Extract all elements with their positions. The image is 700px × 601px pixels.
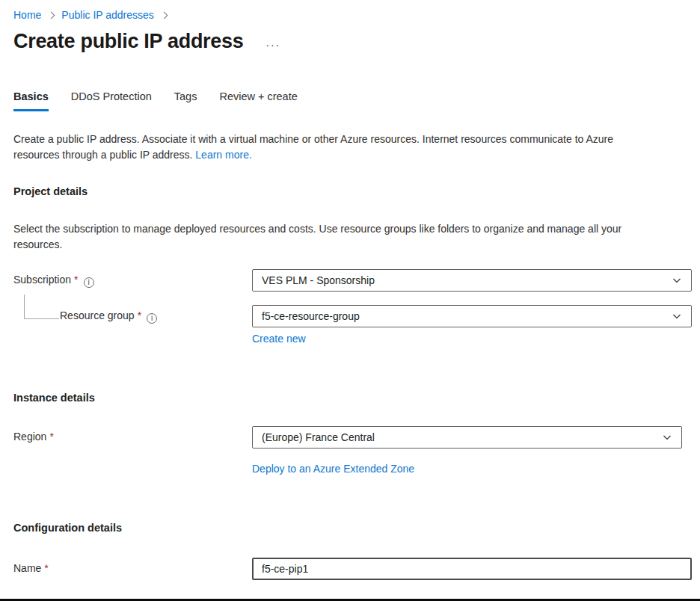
more-options-icon[interactable]: ··· [265,42,280,48]
name-label: Name* [13,558,252,574]
intro-text: Create a public IP address. Associate it… [13,132,649,163]
chevron-right-icon [48,11,55,19]
parent-child-connector-line [24,295,59,319]
info-icon[interactable]: i [147,313,157,324]
subscription-selected-value: VES PLM - Sponsorship [262,274,375,286]
project-details-form: Subscription*i VES PLM - Sponsorship Res… [13,269,692,345]
region-select[interactable]: (Europe) France Central [252,426,682,449]
region-row: Region* (Europe) France Central Deploy t… [13,426,692,475]
name-input[interactable] [252,558,692,580]
tab-review-create[interactable]: Review + create [219,90,297,111]
basics-tab-content: Create a public IP address. Associate it… [0,132,700,580]
page-header: Create public IP address ··· [13,30,700,53]
chevron-down-icon [662,432,672,443]
project-details-description: Select the subscription to manage deploy… [13,221,649,253]
create-public-ip-page: Home Public IP addresses Create public I… [0,0,700,601]
info-icon[interactable]: i [84,277,94,288]
subscription-label: Subscription*i [13,269,252,288]
subscription-select[interactable]: VES PLM - Sponsorship [252,269,692,292]
page-title: Create public IP address [13,30,243,53]
name-row: Name* [13,558,692,580]
azure-extended-zone-link[interactable]: Deploy to an Azure Extended Zone [252,463,414,475]
region-label-text: Region [13,431,46,443]
subscription-control: VES PLM - Sponsorship [252,269,692,292]
breadcrumb: Home Public IP addresses [0,0,700,21]
required-marker: * [44,562,48,574]
chevron-right-icon [160,11,168,19]
breadcrumb-link-home[interactable]: Home [13,9,41,21]
chevron-down-icon [672,311,682,321]
create-new-link[interactable]: Create new [252,333,306,345]
resource-group-select[interactable]: f5-ce-resource-group [252,305,692,327]
learn-more-link[interactable]: Learn more. [195,149,251,161]
region-label: Region* [13,426,252,443]
configuration-details-heading: Configuration details [13,522,692,534]
tab-basics[interactable]: Basics [13,90,49,111]
instance-details-heading: Instance details [13,392,692,404]
region-selected-value: (Europe) France Central [262,431,375,443]
name-label-text: Name [13,562,41,574]
subscription-row: Subscription*i VES PLM - Sponsorship [13,269,692,292]
tab-ddos-protection[interactable]: DDoS Protection [71,90,152,111]
tab-tags[interactable]: Tags [174,90,197,111]
breadcrumb-link-public-ip-addresses[interactable]: Public IP addresses [61,9,153,21]
project-details-heading: Project details [13,185,692,197]
resource-group-control: f5-ce-resource-group Create new [252,305,692,345]
region-control: (Europe) France Central Deploy to an Azu… [252,426,692,475]
resource-group-row: Resource group*i f5-ce-resource-group Cr… [13,305,692,345]
required-marker: * [138,309,141,321]
name-control [252,558,692,580]
wizard-tabs: Basics DDoS Protection Tags Review + cre… [13,90,700,111]
required-marker: * [49,431,53,443]
resource-group-selected-value: f5-ce-resource-group [262,310,360,322]
chevron-down-icon [672,275,682,286]
resource-group-label-text: Resource group [60,309,135,321]
intro-description: Create a public IP address. Associate it… [13,133,613,161]
required-marker: * [74,274,78,286]
subscription-label-text: Subscription [13,274,71,286]
